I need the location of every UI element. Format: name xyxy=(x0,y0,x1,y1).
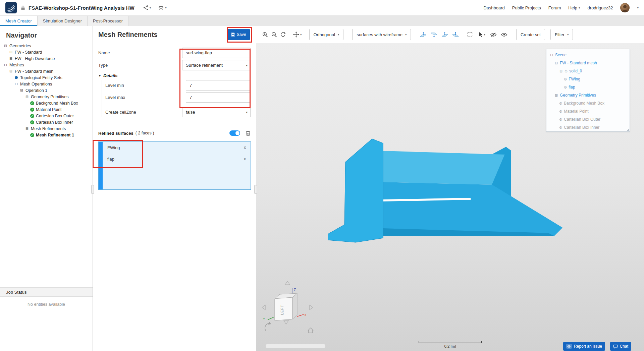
clip-plane-custom-icon[interactable] xyxy=(452,32,459,38)
username[interactable]: drodriguez32 xyxy=(588,5,613,10)
nav-public-projects[interactable]: Public Projects xyxy=(512,5,541,10)
tree-item-material-point[interactable]: ✓Material Point xyxy=(0,106,93,113)
collapse-icon[interactable]: ⊟ xyxy=(3,44,8,48)
reset-view-icon[interactable] xyxy=(280,32,286,37)
scene-item-cartesian-box-inner[interactable]: ⊙Cartesian Box Inner xyxy=(546,123,630,131)
3d-canvas[interactable]: ⊟Scene ⊟FW - Standard mesh ⊟⊙solid_0 ⊙FW… xyxy=(256,43,644,351)
scene-item-fw-standard-mesh[interactable]: ⊟FW - Standard mesh xyxy=(546,59,630,67)
tree-item-meshes[interactable]: ⊟Meshes xyxy=(0,62,93,68)
visibility-icon[interactable]: ⊙ xyxy=(559,109,562,114)
tree-item-operation-1[interactable]: ⊟Operation 1 xyxy=(0,87,93,94)
navigation-cube[interactable]: Z LEFT x Y xyxy=(259,280,316,336)
tree-item-background-mesh-box[interactable]: ✓Background Mesh Box xyxy=(0,100,93,106)
collapse-icon[interactable]: ⊟ xyxy=(554,94,558,97)
collapse-icon[interactable]: ⊟ xyxy=(9,69,13,73)
scene-item-scene[interactable]: ⊟Scene xyxy=(546,51,630,59)
scene-item-geometry-primitives[interactable]: ⊟Geometry Primitives xyxy=(546,91,630,99)
delete-selection-icon[interactable] xyxy=(246,130,251,136)
details-toggle[interactable]: ▼ Details xyxy=(98,73,251,78)
settings-button[interactable]: ▾ xyxy=(158,5,167,10)
surface-item-fwing[interactable]: FWingx xyxy=(103,142,251,153)
filter-select[interactable]: Filter▾ xyxy=(550,29,573,40)
nav-forum[interactable]: Forum xyxy=(548,5,561,10)
name-input[interactable] xyxy=(182,48,251,58)
share-button[interactable]: ▾ xyxy=(143,5,151,10)
collapse-icon[interactable]: ⊟ xyxy=(19,89,24,92)
panel-resize-handle[interactable] xyxy=(254,185,257,194)
cube-arrow-down-icon[interactable] xyxy=(284,320,288,324)
save-button[interactable]: Save xyxy=(227,29,250,40)
tree-item-mesh-refinements[interactable]: ⊟Mesh Refinements xyxy=(0,125,93,132)
zoom-in-icon[interactable] xyxy=(262,32,268,38)
tree-item-fw-high-downforce[interactable]: ⊞FW - High Downforce xyxy=(0,55,93,62)
clip-plane-y-icon[interactable] xyxy=(430,32,438,38)
user-avatar[interactable] xyxy=(620,3,630,12)
tab-simulation-designer[interactable]: Simulation Designer xyxy=(38,16,88,26)
box-select-icon[interactable] xyxy=(467,32,473,37)
scene-item-flap[interactable]: ⊙flap xyxy=(546,83,630,91)
account-menu-chevron-icon[interactable]: ▾ xyxy=(637,6,639,9)
cube-face-label[interactable]: LEFT xyxy=(280,305,284,315)
expand-icon[interactable]: ⊞ xyxy=(9,50,13,54)
collapse-icon[interactable]: ⊟ xyxy=(14,82,18,86)
tree-item-geometries[interactable]: ⊟Geometries xyxy=(0,43,93,49)
pan-tool-icon[interactable]: ▾ xyxy=(293,32,302,38)
cellzone-select[interactable]: false▾ xyxy=(182,107,251,117)
selection-toggle[interactable] xyxy=(229,130,240,136)
app-logo-icon[interactable] xyxy=(5,2,17,13)
cube-arrow-right-icon[interactable] xyxy=(310,305,313,310)
type-select[interactable]: Surface refinement▾ xyxy=(182,60,251,70)
tree-item-fw-standard-mesh[interactable]: ⊟FW - Standard mesh xyxy=(0,68,93,74)
collapse-icon[interactable]: ⊟ xyxy=(554,61,558,65)
scene-item-solid-0[interactable]: ⊟⊙solid_0 xyxy=(546,67,630,75)
report-issue-button[interactable]: Report an issue xyxy=(563,342,605,351)
collapse-icon[interactable]: ⊟ xyxy=(559,69,563,73)
expand-icon[interactable]: ⊞ xyxy=(9,57,13,60)
remove-surface-icon[interactable]: x xyxy=(244,157,246,161)
visibility-icon[interactable]: ⊙ xyxy=(565,69,568,73)
show-all-icon[interactable] xyxy=(501,33,507,37)
scene-item-background-mesh-box[interactable]: ⊙Background Mesh Box xyxy=(546,99,630,107)
level-min-input[interactable] xyxy=(186,80,251,91)
orbit-icon[interactable] xyxy=(265,322,271,331)
zoom-out-icon[interactable] xyxy=(271,32,277,38)
select-tool-icon[interactable]: ▾ xyxy=(479,32,485,37)
clip-plane-x-icon[interactable] xyxy=(420,32,427,38)
create-set-button[interactable]: Create set xyxy=(516,29,545,40)
cube-arrow-left-icon[interactable] xyxy=(262,305,265,310)
scene-item-material-point[interactable]: ⊙Material Point xyxy=(546,107,630,115)
tab-post-processor[interactable]: Post-Processor xyxy=(88,16,128,26)
tree-item-mesh-refinement-1[interactable]: ✓Mesh Refinement 1 xyxy=(0,132,93,138)
scene-item-cartesian-box-outer[interactable]: ⊙Cartesian Box Outer xyxy=(546,115,630,123)
tree-item-geometry-primitives[interactable]: ⊟Geometry Primitives xyxy=(0,94,93,100)
cube-side-face[interactable] xyxy=(292,293,297,319)
collapse-icon[interactable]: ⊟ xyxy=(3,63,8,67)
tree-item-cartesian-box-outer[interactable]: ✓Cartesian Box Outer xyxy=(0,113,93,119)
level-max-input[interactable] xyxy=(186,92,251,103)
visibility-icon[interactable]: ⊙ xyxy=(559,125,562,130)
render-mode-select[interactable]: surfaces with wireframe▾ xyxy=(352,29,411,40)
visibility-icon[interactable]: ⊙ xyxy=(559,101,562,106)
cube-arrow-up-icon[interactable] xyxy=(285,281,290,285)
tree-item-topological-entity-sets[interactable]: Topological Entity Sets xyxy=(0,74,93,81)
remove-surface-icon[interactable]: x xyxy=(244,145,246,150)
clip-plane-z-icon[interactable] xyxy=(441,32,448,38)
viewport-scrollbar[interactable] xyxy=(266,344,325,348)
tree-item-mesh-operations[interactable]: ⊟Mesh Operations xyxy=(0,81,93,87)
tree-item-cartesian-box-inner[interactable]: ✓Cartesian Box Inner xyxy=(0,119,93,125)
collapse-icon[interactable]: ⊟ xyxy=(25,127,29,130)
surface-item-flap[interactable]: flapx xyxy=(103,153,251,165)
visibility-icon[interactable]: ⊙ xyxy=(559,117,562,122)
scene-item-fwing[interactable]: ⊙FWing xyxy=(546,75,630,83)
tree-item-fw-standard[interactable]: ⊞FW - Standard xyxy=(0,49,93,55)
nav-dashboard[interactable]: Dashboard xyxy=(483,5,505,10)
hide-selection-icon[interactable] xyxy=(490,33,497,37)
collapse-icon[interactable]: ⊟ xyxy=(25,95,29,99)
chat-button[interactable]: Chat xyxy=(610,342,631,351)
projection-select[interactable]: Orthogonal▾ xyxy=(309,29,344,40)
nav-help[interactable]: Help▾ xyxy=(568,5,580,10)
visibility-icon[interactable]: ⊙ xyxy=(564,77,567,81)
home-icon[interactable] xyxy=(308,328,313,333)
visibility-icon[interactable]: ⊙ xyxy=(564,85,567,90)
panel-resize-handle[interactable] xyxy=(91,185,94,194)
